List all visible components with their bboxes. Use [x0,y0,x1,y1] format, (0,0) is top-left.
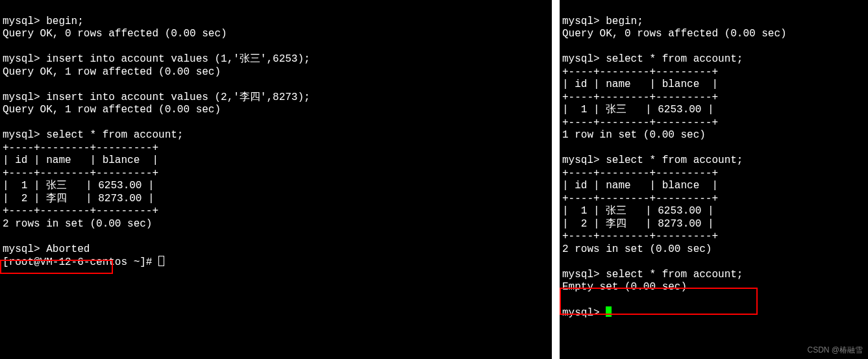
line: | 1 | 张三 | 6253.00 | [562,104,714,116]
line: mysql> insert into account values (1,'张三… [3,53,310,65]
line: mysql> select * from account; [562,155,743,166]
line: | id | name | blance | [562,180,718,192]
line: | id | name | blance | [562,79,718,90]
line: mysql> insert into account values (2,'李四… [3,92,310,103]
shell-prompt: [root@VM-12-6-centos ~]# [3,256,158,268]
line: mysql> begin; [3,16,84,27]
line: mysql> select * from account; [562,53,743,65]
line: Query OK, 0 rows affected (0.00 sec) [562,28,787,40]
line: +----+--------+---------+ [562,117,718,129]
line: +----+--------+---------+ [562,92,718,103]
line: Query OK, 0 rows affected (0.00 sec) [3,28,227,40]
line: 1 row in set (0.00 sec) [562,129,706,141]
line: +----+--------+---------+ [3,205,158,217]
cursor-icon [158,256,164,266]
line: | 2 | 李四 | 8273.00 | [562,218,714,230]
line: +----+--------+---------+ [562,167,718,179]
line: +----+--------+---------+ [562,230,718,242]
line-aborted: mysql> Aborted [3,243,90,255]
line-empty-set: Empty set (0.00 sec) [562,281,687,293]
line: | 1 | 张三 | 6253.00 | [3,180,155,192]
line: | 2 | 李四 | 8273.00 | [3,193,155,204]
line: 2 rows in set (0.00 sec) [3,218,152,230]
terminal-right[interactable]: mysql> begin; Query OK, 0 rows affected … [560,0,868,359]
line: Query OK, 1 row affected (0.00 sec) [3,104,221,116]
terminal-left[interactable]: mysql> begin; Query OK, 0 rows affected … [0,0,552,359]
line: mysql> begin; [562,16,643,27]
cursor-icon [606,306,612,317]
line: | 1 | 张三 | 6253.00 | [562,205,714,217]
line: +----+--------+---------+ [3,142,158,154]
line: mysql> select * from account; [3,129,183,141]
line: | id | name | blance | [3,155,158,166]
mysql-prompt: mysql> [562,307,606,319]
line: Query OK, 1 row affected (0.00 sec) [3,66,221,78]
line: mysql> select * from account; [562,269,743,280]
line: +----+--------+---------+ [562,193,718,204]
line: +----+--------+---------+ [562,66,718,78]
watermark-text: CSDN @椿融雪 [807,344,863,357]
pane-divider [552,0,560,359]
split-terminal-container: mysql> begin; Query OK, 0 rows affected … [0,0,868,359]
line: 2 rows in set (0.00 sec) [562,243,712,255]
line: +----+--------+---------+ [3,167,158,179]
